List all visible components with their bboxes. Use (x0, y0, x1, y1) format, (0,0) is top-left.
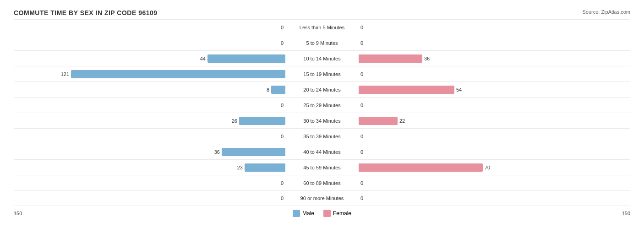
row-label: 45 to 59 Minutes (285, 165, 359, 170)
chart-container: COMMUTE TIME BY SEX IN ZIP CODE 96109 So… (0, 0, 644, 239)
bar-row: 2345 to 59 Minutes70 (14, 159, 630, 175)
female-color-box (323, 210, 331, 217)
left-section: 0 (14, 191, 285, 206)
male-bar (207, 54, 285, 63)
right-section: 0 (359, 175, 630, 190)
chart-title: COMMUTE TIME BY SEX IN ZIP CODE 96109 (14, 9, 630, 16)
male-bar (271, 86, 285, 94)
male-bar (239, 117, 285, 125)
female-label: Female (333, 210, 351, 217)
female-bar (359, 117, 398, 125)
female-value: 70 (485, 165, 490, 170)
left-section: 0 (14, 129, 285, 144)
female-value-zero: 0 (360, 40, 363, 46)
female-value-zero: 0 (360, 103, 363, 108)
right-section: 0 (359, 66, 630, 81)
row-label: 10 to 14 Minutes (285, 56, 359, 61)
left-section: 0 (14, 98, 285, 113)
female-value-zero: 0 (360, 196, 363, 201)
bar-row: 035 to 39 Minutes0 (14, 128, 630, 144)
right-section: 54 (359, 82, 630, 97)
right-section: 0 (359, 144, 630, 159)
right-section: 0 (359, 191, 630, 206)
right-section: 0 (359, 98, 630, 113)
right-section: 0 (359, 35, 630, 50)
male-bar (245, 163, 285, 172)
row-label: 20 to 24 Minutes (285, 87, 359, 92)
female-bar (359, 86, 454, 94)
male-value-zero: 0 (281, 134, 284, 139)
left-section: 8 (14, 82, 285, 97)
female-value: 22 (399, 118, 405, 124)
row-label: 90 or more Minutes (285, 196, 359, 201)
left-section: 0 (14, 20, 285, 35)
female-value-zero: 0 (360, 149, 363, 155)
bar-row: 0Less than 5 Minutes0 (14, 19, 630, 35)
male-value: 36 (214, 149, 220, 155)
female-bar (359, 54, 422, 63)
left-section: 44 (14, 51, 285, 66)
female-value-zero: 0 (360, 180, 363, 186)
source-text: Source: ZipAtlas.com (582, 9, 630, 15)
bar-row: 05 to 9 Minutes0 (14, 35, 630, 50)
female-value-zero: 0 (360, 134, 363, 139)
bar-row: 2630 to 34 Minutes22 (14, 113, 630, 128)
row-label: 60 to 89 Minutes (285, 180, 359, 186)
right-section: 36 (359, 51, 630, 66)
bar-row: 820 to 24 Minutes54 (14, 81, 630, 97)
right-section: 0 (359, 129, 630, 144)
axis-left-label: 150 (14, 211, 22, 216)
left-section: 26 (14, 113, 285, 128)
right-section: 0 (359, 20, 630, 35)
bar-row: 3640 to 44 Minutes0 (14, 144, 630, 159)
legend-female: Female (323, 210, 351, 217)
legend: Male Female (293, 210, 351, 217)
male-value: 8 (267, 87, 269, 92)
male-bar (222, 148, 285, 156)
male-value-zero: 0 (281, 180, 284, 186)
footer-row: 150 Male Female 150 (14, 210, 630, 217)
bar-row: 060 to 89 Minutes0 (14, 175, 630, 190)
female-value: 36 (424, 56, 430, 61)
legend-male: Male (293, 210, 314, 217)
male-color-box (293, 210, 300, 217)
male-value: 23 (237, 165, 243, 170)
axis-right-label: 150 (622, 211, 630, 216)
left-section: 23 (14, 160, 285, 175)
male-value-zero: 0 (281, 103, 284, 108)
left-section: 36 (14, 144, 285, 159)
bar-row: 025 to 29 Minutes0 (14, 97, 630, 113)
row-label: Less than 5 Minutes (285, 25, 359, 30)
female-bar (359, 163, 483, 172)
female-value-zero: 0 (360, 25, 363, 30)
male-value: 44 (200, 56, 206, 61)
right-section: 70 (359, 160, 630, 175)
male-value-zero: 0 (281, 25, 284, 30)
bar-row: 4410 to 14 Minutes36 (14, 50, 630, 66)
left-section: 0 (14, 35, 285, 50)
row-label: 30 to 34 Minutes (285, 118, 359, 124)
male-value-zero: 0 (281, 40, 284, 46)
row-label: 5 to 9 Minutes (285, 40, 359, 46)
male-bar (71, 70, 285, 78)
female-value-zero: 0 (360, 71, 363, 77)
bar-row: 090 or more Minutes0 (14, 190, 630, 206)
male-value: 26 (232, 118, 237, 124)
row-label: 40 to 44 Minutes (285, 149, 359, 155)
male-value-zero: 0 (281, 196, 284, 201)
male-label: Male (302, 210, 314, 217)
left-section: 0 (14, 175, 285, 190)
row-label: 25 to 29 Minutes (285, 103, 359, 108)
left-section: 121 (14, 66, 285, 81)
right-section: 22 (359, 113, 630, 128)
male-value: 121 (61, 71, 69, 77)
chart-area: 0Less than 5 Minutes005 to 9 Minutes0441… (14, 19, 630, 206)
row-label: 35 to 39 Minutes (285, 134, 359, 139)
row-label: 15 to 19 Minutes (285, 71, 359, 77)
bar-row: 12115 to 19 Minutes0 (14, 66, 630, 81)
female-value: 54 (456, 87, 462, 92)
